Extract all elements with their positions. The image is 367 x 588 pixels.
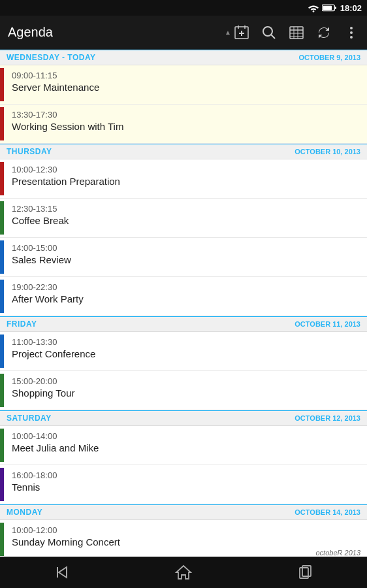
sync-icon[interactable] — [316, 25, 332, 41]
event-title: Working Session with Tim — [12, 121, 359, 132]
event-title: Sunday Morning Concert — [12, 536, 359, 547]
event-details-thursday-1: 12:30-13:15Coffee Break — [4, 199, 367, 237]
event-time: 09:00-11:15 — [12, 71, 359, 80]
event-details-thursday-2: 14:00-15:00Sales Review — [4, 238, 367, 276]
battery-icon — [322, 4, 336, 12]
day-date-saturday: OCTOBER 12, 2013 — [295, 414, 360, 422]
event-time: 16:00-18:00 — [12, 470, 359, 480]
app-bar: Agenda ▲ — [0, 16, 367, 50]
event-title: Tennis — [12, 482, 359, 493]
status-bar: 18:02 — [0, 0, 367, 16]
day-header-wednesday: WEDNESDAY - TODAYOCTOBER 9, 2013 — [0, 50, 367, 65]
day-name-monday: MONDAY — [7, 508, 42, 517]
svg-point-17 — [350, 27, 353, 29]
day-header-thursday: THURSDAYOCTOBER 10, 2013 — [0, 144, 367, 159]
event-details-thursday-3: 19:00-22:30After Work Party — [4, 277, 367, 316]
day-name-wednesday: WEDNESDAY - TODAY — [7, 53, 96, 62]
event-title: After Work Party — [12, 293, 359, 304]
svg-marker-22 — [176, 566, 191, 579]
event-title: Project Conference — [12, 348, 359, 359]
wifi-icon — [308, 3, 319, 12]
more-icon[interactable] — [343, 25, 359, 41]
event-details-wednesday-1: 13:30-17:30Working Session with Tim — [4, 105, 367, 143]
svg-point-19 — [350, 36, 353, 39]
svg-point-9 — [263, 27, 272, 36]
svg-rect-2 — [334, 7, 336, 9]
day-date-friday: OCTOBER 11, 2013 — [295, 320, 360, 328]
day-header-monday: MONDAYOCTOBER 14, 2013 — [0, 504, 367, 520]
event-item-wednesday-1[interactable]: 13:30-17:30Working Session with Tim — [0, 105, 367, 144]
day-name-thursday: THURSDAY — [7, 147, 52, 156]
day-name-saturday: SATURDAY — [7, 414, 52, 423]
event-details-friday-1: 15:00-20:00Shopping Tour — [4, 371, 367, 410]
svg-point-0 — [312, 10, 314, 12]
app-title: Agenda — [8, 25, 225, 40]
event-item-thursday-3[interactable]: 19:00-22:30After Work Party — [0, 277, 367, 316]
day-date-wednesday: OCTOBER 9, 2013 — [298, 54, 360, 61]
svg-marker-20 — [59, 567, 67, 578]
status-time: 18:02 — [340, 3, 362, 13]
signal-arrow: ▲ — [225, 29, 231, 36]
event-time: 11:00-13:30 — [12, 337, 359, 347]
event-time: 10:00-14:00 — [12, 431, 359, 441]
event-time: 15:00-20:00 — [12, 376, 359, 386]
day-header-friday: FRIDAYOCTOBER 11, 2013 — [0, 316, 367, 332]
event-item-saturday-1[interactable]: 16:00-18:00Tennis — [0, 465, 367, 504]
add-event-icon[interactable] — [234, 25, 249, 41]
recents-button[interactable] — [296, 563, 315, 581]
svg-point-18 — [350, 31, 353, 34]
home-button[interactable] — [174, 563, 193, 581]
event-details-wednesday-0: 09:00-11:15Server Maintenance — [4, 65, 367, 104]
svg-line-10 — [272, 35, 276, 39]
event-item-friday-1[interactable]: 15:00-20:00Shopping Tour — [0, 371, 367, 410]
back-button[interactable] — [52, 563, 71, 581]
event-time: 10:00-12:00 — [12, 525, 359, 535]
event-title: Meet Julia and Mike — [12, 442, 359, 453]
event-item-saturday-0[interactable]: 10:00-14:00Meet Julia and Mike — [0, 426, 367, 465]
event-details-saturday-0: 10:00-14:00Meet Julia and Mike — [4, 426, 367, 465]
event-title: Sales Review — [12, 254, 359, 265]
event-title: Coffee Break — [12, 215, 359, 226]
event-item-thursday-2[interactable]: 14:00-15:00Sales Review — [0, 238, 367, 277]
event-time: 19:00-22:30 — [12, 282, 359, 292]
event-details-monday-0: 10:00-12:00Sunday Morning Concert — [4, 520, 367, 557]
event-item-friday-0[interactable]: 11:00-13:30Project Conference — [0, 332, 367, 371]
event-details-friday-0: 11:00-13:30Project Conference — [4, 332, 367, 370]
event-item-wednesday-0[interactable]: 09:00-11:15Server Maintenance — [0, 65, 367, 105]
day-date-monday: OCTOBER 14, 2013 — [295, 508, 360, 516]
event-time: 10:00-12:30 — [12, 165, 359, 174]
svg-rect-3 — [323, 6, 332, 10]
nav-bar — [0, 557, 367, 588]
event-details-saturday-1: 16:00-18:00Tennis — [4, 465, 367, 504]
event-time: 12:30-13:15 — [12, 204, 359, 214]
status-icons — [308, 3, 336, 12]
event-details-thursday-0: 10:00-12:30Presentation Preparation — [4, 159, 367, 198]
agenda-content: WEDNESDAY - TODAYOCTOBER 9, 201309:00-11… — [0, 50, 367, 557]
event-time: 13:30-17:30 — [12, 110, 359, 120]
day-date-thursday: OCTOBER 10, 2013 — [295, 148, 360, 155]
event-item-monday-0[interactable]: 10:00-12:00Sunday Morning Concert — [0, 520, 367, 557]
event-title: Shopping Tour — [12, 387, 359, 399]
event-title: Presentation Preparation — [12, 176, 359, 187]
event-item-thursday-1[interactable]: 12:30-13:15Coffee Break — [0, 199, 367, 238]
mini-cal-hint: octobeR 2013 — [316, 549, 361, 557]
calendar-icon[interactable] — [289, 25, 304, 41]
days-container: WEDNESDAY - TODAYOCTOBER 9, 201309:00-11… — [0, 50, 367, 557]
event-item-thursday-0[interactable]: 10:00-12:30Presentation Preparation — [0, 159, 367, 199]
day-header-saturday: SATURDAYOCTOBER 12, 2013 — [0, 410, 367, 426]
toolbar-icons — [234, 25, 359, 41]
event-title: Server Maintenance — [12, 82, 359, 93]
day-name-friday: FRIDAY — [7, 319, 37, 329]
event-time: 14:00-15:00 — [12, 243, 359, 253]
search-icon[interactable] — [261, 25, 277, 41]
